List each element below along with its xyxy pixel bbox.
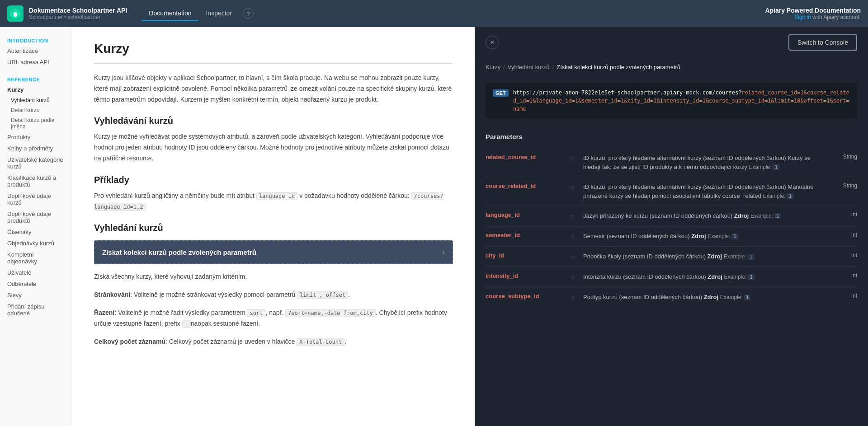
endpoint-box[interactable]: Získat kolekci kurzů podle zvolených par…	[94, 240, 453, 264]
close-button[interactable]: ×	[486, 36, 499, 49]
sidebar-item-vyhledani[interactable]: Vyhledání kurzů	[0, 95, 72, 105]
total-para: Celkový počet záznamů: Celkový počet záz…	[94, 337, 453, 347]
sidebar-item-objednavky[interactable]: Objednávky kurzů	[0, 238, 72, 249]
param-desc: Pobočka školy (seznam ID oddělených čárk…	[583, 252, 826, 261]
sidebar-item-url[interactable]: URL adresa API	[0, 56, 72, 68]
get-badge: GET	[493, 89, 509, 97]
main-layout: INTRODUCTION Autentizace URL adresa API …	[0, 27, 868, 426]
param-name: semester_id	[486, 232, 567, 239]
param-indicator: ○	[571, 183, 580, 192]
param-example-label: Example:	[763, 193, 785, 199]
param-example-val: 1	[773, 164, 779, 170]
param-row: city_id ○ Pobočka školy (seznam ID odděl…	[486, 246, 857, 267]
breadcrumb-kurzy[interactable]: Kurzy	[486, 64, 500, 70]
param-example-label: Example:	[724, 253, 746, 260]
url-base: https://private-anon-7822e1e5ef-schoolpa…	[513, 89, 712, 96]
param-example-val: 1	[748, 254, 755, 260]
breadcrumb-current: Získat kolekci kurzů podle zvolených par…	[557, 64, 680, 70]
sort-code3: -	[182, 320, 191, 328]
sidebar-item-klasifikace[interactable]: Klasifikace kurzů a produktů	[0, 172, 72, 190]
app-logo	[7, 5, 24, 22]
api-request-block: GET https://private-anon-7822e1e5ef-scho…	[486, 83, 857, 118]
param-type: String	[830, 154, 857, 160]
param-indicator: ○	[571, 233, 580, 241]
nav-inspector[interactable]: Inspector	[198, 6, 239, 21]
param-type: Int	[830, 232, 857, 238]
apiary-info: Apiary Powered Documentation Sign in wit…	[765, 7, 861, 20]
sidebar-item-produkty[interactable]: Produkty	[0, 131, 72, 143]
param-type: Int	[830, 252, 857, 258]
examples-middle: v požadavku hodnoty oddělené čárkou:	[299, 192, 410, 199]
sidebar-item-kurzy[interactable]: Kurzy	[0, 84, 72, 95]
sort-code: sort	[247, 309, 265, 317]
param-name: language_id	[486, 211, 567, 218]
paging-label: Stránkování	[94, 291, 130, 298]
param-desc: Intenzita kurzu (seznam ID oddělených čá…	[583, 272, 826, 281]
sort-para: Řazení: Volitelně je možné řadit výsledk…	[94, 308, 453, 329]
examples-desc: Pro vyhledání kurzů angličtiny a němčiny…	[94, 192, 255, 199]
nav-links: Documentation Inspector ?	[142, 6, 254, 21]
sidebar-item-uzivatele[interactable]: Uživatelé	[0, 267, 72, 278]
apiary-signin: Sign in with Apiary account.	[765, 14, 861, 20]
param-zdroj: Zdroj	[708, 273, 722, 280]
app-title: Dokumentace Schoolpartner API	[29, 7, 127, 14]
sidebar-item-detail-jmeno[interactable]: Detail kurzu podle jména	[0, 115, 72, 131]
param-zdroj: Zdroj	[704, 294, 719, 300]
param-type: Int	[830, 211, 857, 218]
sidebar-item-uzivatelske[interactable]: Uživatelské kategorie kurzů	[0, 154, 72, 172]
sidebar-item-slevy[interactable]: Slevy	[0, 290, 72, 301]
signin-link[interactable]: Sign in	[794, 14, 811, 20]
sidebar-item-ciselniky[interactable]: Číselníky	[0, 226, 72, 238]
right-panel: × Switch to Console Kurzy / Vyhledání ku…	[475, 27, 868, 426]
switch-console-button[interactable]: Switch to Console	[788, 34, 857, 51]
app-subtitle: Schoolpartner • schoolpartner	[29, 14, 127, 20]
sidebar-item-knihy[interactable]: Knihy a předměty	[0, 143, 72, 154]
sidebar-item-zapis[interactable]: Přidání zápisu odučené	[0, 301, 72, 319]
endpoint-desc: Získá všechny kurzy, které vyhovují zada…	[94, 272, 453, 282]
sidebar-item-detail[interactable]: Detail kurzu	[0, 105, 72, 115]
nav-documentation[interactable]: Documentation	[142, 6, 198, 21]
paging-code: limit , offset	[297, 291, 348, 299]
search-title: Vyhledávání kurzů	[94, 116, 453, 126]
param-desc: ID kurzu, pro který hledáme alternativní…	[583, 154, 826, 171]
total-code: X-Total-Count	[297, 338, 344, 346]
sidebar-item-odbеrаtele[interactable]: Odběratelé	[0, 278, 72, 290]
param-desc: Semestr (seznam ID oddělených čárkou) Zd…	[583, 232, 826, 241]
param-example-label: Example:	[720, 294, 743, 300]
help-icon[interactable]: ?	[243, 8, 254, 19]
sidebar-item-doplnkove-kurzy[interactable]: Doplňkové údaje kurzů	[0, 190, 72, 208]
params-section: Parameters related_course_id ○ ID kurzu,…	[475, 126, 868, 314]
param-row: language_id ○ Jazyk přiřazený ke kurzu (…	[486, 206, 857, 226]
api-url: https://private-anon-7822e1e5ef-schoolpa…	[513, 89, 850, 113]
endpoint-label: Získat kolekci kurzů podle zvolených par…	[102, 248, 256, 256]
endpoint-arrow-icon: ›	[442, 248, 445, 257]
param-name: city_id	[486, 252, 567, 259]
examples-para: Pro vyhledání kurzů angličtiny a němčiny…	[94, 191, 453, 212]
sidebar-item-doplnkove-produkty[interactable]: Doplňkové údaje produktů	[0, 208, 72, 226]
param-example-label: Example:	[724, 274, 746, 280]
breadcrumb-vyhledani[interactable]: Vyhledání kurzů	[508, 64, 550, 70]
sidebar-item-autentizace[interactable]: Autentizace	[0, 45, 72, 56]
param-zdroj: Zdroj	[691, 233, 706, 239]
param-example-val: 1	[774, 213, 781, 219]
param-row: course_subtype_id ○ Podtyp kurzu (seznam…	[486, 287, 857, 307]
breadcrumb-sep2: /	[552, 64, 554, 70]
param-name: course_subtype_id	[486, 293, 567, 300]
param-example-label: Example:	[708, 233, 730, 239]
param-indicator: ○	[571, 253, 580, 261]
param-desc: Jazyk přiřazený ke kurzu (seznam ID oddě…	[583, 211, 826, 220]
sidebar-item-kompletni[interactable]: Kompletní objednávky	[0, 249, 72, 267]
param-indicator: ○	[571, 273, 580, 281]
sidebar-reference-label: REFERENCE	[0, 73, 72, 84]
right-panel-header: × Switch to Console	[475, 27, 868, 58]
param-name: related_course_id	[486, 154, 567, 160]
search-desc: Kurzy je možné vyhledávat podle systémov…	[94, 131, 453, 164]
param-name: intensity_id	[486, 272, 567, 279]
paging-para: Stránkování: Volitelně je možné stránkov…	[94, 290, 453, 300]
param-type: Int	[830, 293, 857, 299]
param-example-val: 1	[744, 295, 751, 300]
page-title: Kurzy	[94, 42, 453, 56]
param-row: intensity_id ○ Intenzita kurzu (seznam I…	[486, 267, 857, 287]
param-zdroj: Zdroj	[734, 212, 749, 219]
param-zdroj: Zdroj	[708, 253, 722, 260]
